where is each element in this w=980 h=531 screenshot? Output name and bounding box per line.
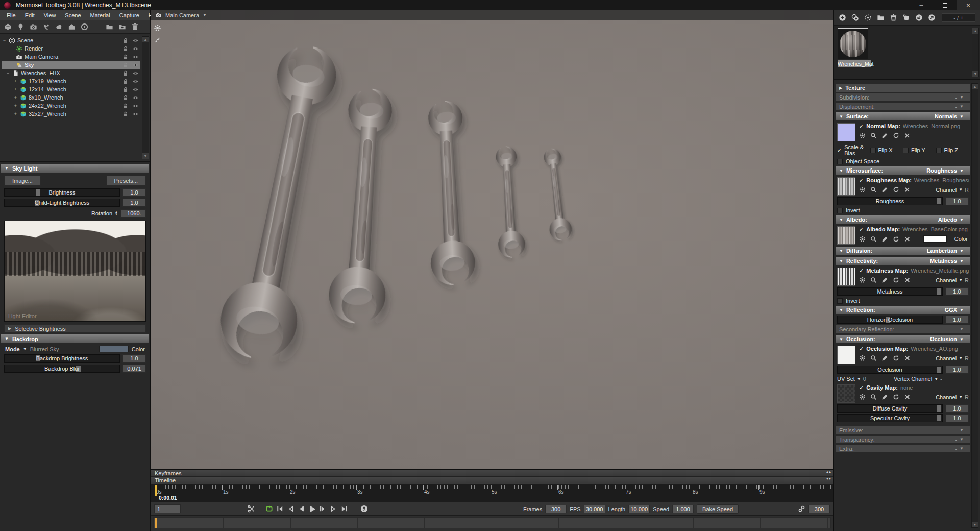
visibility-eye-icon[interactable] xyxy=(131,78,140,85)
occlusion-mode-value[interactable]: Occlusion xyxy=(930,336,957,342)
lock-icon[interactable] xyxy=(121,111,130,117)
expander[interactable]: + xyxy=(13,103,18,108)
menu-material[interactable]: Material xyxy=(86,12,115,18)
metalness-value[interactable]: 1.0 xyxy=(945,287,969,296)
reflection-mode-value[interactable]: GGX xyxy=(945,307,957,313)
timeline-ruler[interactable]: 0s 1s 2s 3s 4s 5s 6s 7s 8s 9s 0:00.01 xyxy=(151,484,833,502)
expander[interactable]: − xyxy=(6,70,10,76)
map-reload-icon[interactable] xyxy=(893,394,899,400)
lock-icon[interactable] xyxy=(121,45,130,52)
trim-scissors-icon[interactable] xyxy=(246,504,257,514)
check-icon[interactable]: ✓ xyxy=(859,123,864,130)
apply-material-icon[interactable] xyxy=(902,14,910,21)
tree-row-8x10-wrench[interactable]: + 8x10_Wrench xyxy=(2,93,140,102)
bake-speed-button[interactable]: Bake Speed xyxy=(697,504,739,514)
scroll-up-icon[interactable]: ▲ xyxy=(972,84,978,89)
backdrop-mode-value[interactable]: Blurred Sky xyxy=(30,346,59,352)
map-reload-icon[interactable] xyxy=(893,355,899,361)
tree-row-scene[interactable]: − Scene xyxy=(2,36,140,44)
channel-selector[interactable]: Channel ▼ R xyxy=(936,355,969,361)
map-edit-icon[interactable] xyxy=(881,394,888,400)
scroll-down-icon[interactable]: ▼ xyxy=(142,153,149,159)
uv-set-selector[interactable]: UV Set xyxy=(837,376,855,382)
object-space-checkbox[interactable]: Object Space xyxy=(837,158,969,164)
flip-z-checkbox[interactable]: Flip Z xyxy=(936,147,969,153)
visibility-eye-icon[interactable] xyxy=(131,94,140,101)
lock-icon[interactable] xyxy=(121,70,130,77)
material-folder-icon[interactable] xyxy=(877,14,885,21)
expander[interactable]: + xyxy=(13,95,18,100)
metalness-slider[interactable]: Metalness xyxy=(837,287,943,296)
collapse-timeline-icon[interactable]: ▼▼ xyxy=(826,477,831,480)
visibility-eye-icon[interactable] xyxy=(131,54,140,60)
library-scrollbar[interactable]: ▲ ▼ xyxy=(972,28,979,77)
add-shadow-catcher-icon[interactable] xyxy=(68,23,76,31)
new-folder-icon[interactable] xyxy=(118,23,126,31)
channel-selector[interactable]: Channel ▼ R xyxy=(936,277,969,283)
lock-icon[interactable] xyxy=(121,62,130,68)
section-subdivision[interactable]: Subdivision: - ▼ xyxy=(836,93,970,101)
viewport-3d[interactable]: Main Camera ▼ xyxy=(151,10,833,469)
material-name[interactable]: Wrenches_Mat xyxy=(838,60,871,67)
brightness-value[interactable]: 1.0 xyxy=(122,188,146,197)
add-camera-icon[interactable] xyxy=(30,23,37,31)
metalness-invert-checkbox[interactable]: Invert xyxy=(837,298,969,304)
frames-input[interactable]: 300 xyxy=(545,505,567,513)
fps-input[interactable]: 30.000 xyxy=(584,505,605,513)
section-diffusion[interactable]: ▼ Diffusion: Lambertian ▼ xyxy=(836,247,970,255)
horizon-occlusion-value[interactable]: 1.0 xyxy=(945,316,969,324)
map-inspect-icon[interactable] xyxy=(870,277,877,283)
lock-icon[interactable] xyxy=(121,94,130,101)
menu-view[interactable]: View xyxy=(39,12,61,18)
close-button[interactable]: ✕ xyxy=(957,0,980,10)
wrench-24x22[interactable] xyxy=(327,87,400,325)
skip-to-start-icon[interactable] xyxy=(275,504,285,514)
rotation-stepper[interactable]: ▲▼ xyxy=(115,211,118,216)
duplicate-material-icon[interactable] xyxy=(851,14,859,21)
section-extra[interactable]: Extra: - ▼ xyxy=(836,445,970,452)
diffusion-mode-value[interactable]: Lambertian xyxy=(927,248,957,254)
backdrop-blur-slider[interactable]: Backdrop Blur xyxy=(4,365,120,373)
reflectivity-mode-value[interactable]: Metalness xyxy=(930,258,957,264)
expander[interactable]: + xyxy=(13,79,18,84)
backdrop-brightness-slider[interactable]: Backdrop Brightness xyxy=(4,354,120,363)
keyframe-track[interactable] xyxy=(153,517,831,528)
sky-preview-image[interactable]: Light Editor xyxy=(4,221,146,322)
visibility-eye-icon[interactable] xyxy=(131,37,140,44)
roughness-value[interactable]: 1.0 xyxy=(945,197,969,205)
channel-selector[interactable]: Channel ▼ R xyxy=(936,394,969,400)
roughness-invert-checkbox[interactable]: Invert xyxy=(837,207,969,213)
child-light-brightness-slider[interactable]: Child-Light Brightness xyxy=(4,199,120,207)
add-mesh-icon[interactable] xyxy=(4,23,12,31)
lock-icon[interactable] xyxy=(121,37,130,44)
menu-capture[interactable]: Capture xyxy=(115,12,144,18)
map-inspect-icon[interactable] xyxy=(870,236,877,243)
visibility-eye-icon[interactable] xyxy=(131,70,140,77)
visibility-eye-icon[interactable] xyxy=(131,111,140,117)
map-clear-icon[interactable] xyxy=(904,277,911,283)
play-button-icon[interactable] xyxy=(307,504,317,514)
visibility-eye-icon[interactable] xyxy=(131,103,140,109)
map-settings-gear-icon[interactable] xyxy=(859,394,866,400)
keyframes-bar[interactable]: Keyframes ▲▲ xyxy=(151,470,833,477)
scene-tree-scrollbar[interactable]: ▲ ▼ xyxy=(142,36,149,159)
map-clear-icon[interactable] xyxy=(904,394,911,400)
sky-presets-button[interactable]: Presets... xyxy=(106,176,146,186)
link-icon[interactable] xyxy=(798,505,805,513)
tree-row-wrenches-fbx[interactable]: − Wrenches_FBX xyxy=(2,69,140,77)
lock-icon[interactable] xyxy=(121,78,130,85)
roughness-slider[interactable]: Roughness xyxy=(837,197,943,205)
minimize-button[interactable]: ─ xyxy=(910,0,933,10)
albedo-mode-value[interactable]: Albedo xyxy=(938,216,957,223)
map-edit-icon[interactable] xyxy=(881,277,888,283)
normal-map-thumbnail[interactable] xyxy=(837,123,855,141)
albedo-color-swatch[interactable] xyxy=(923,235,947,243)
map-inspect-icon[interactable] xyxy=(870,355,877,361)
section-displacement[interactable]: Displacement: - ▼ xyxy=(836,103,970,110)
map-inspect-icon[interactable] xyxy=(870,394,877,400)
sky-light-header[interactable]: ▼ Sky Light xyxy=(1,164,149,173)
map-inspect-icon[interactable] xyxy=(870,186,877,193)
scroll-down-icon[interactable]: ▼ xyxy=(972,522,978,527)
check-icon[interactable]: ✓ xyxy=(859,384,864,391)
map-settings-gear-icon[interactable] xyxy=(859,236,866,243)
